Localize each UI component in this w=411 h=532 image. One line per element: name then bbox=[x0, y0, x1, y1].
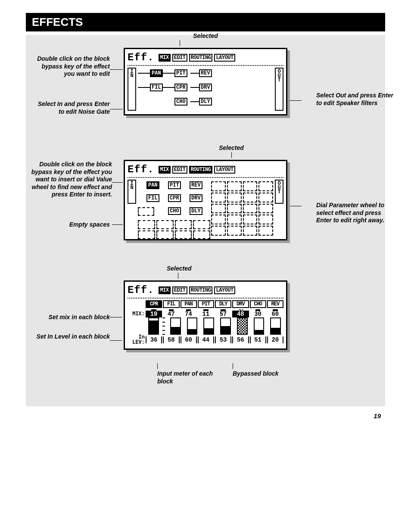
block-pit[interactable]: PIT bbox=[174, 69, 187, 77]
selected-label-1: Selected bbox=[124, 32, 287, 39]
empty-slot[interactable] bbox=[227, 181, 242, 191]
col-head[interactable]: DLY bbox=[215, 300, 231, 308]
block[interactable]: REV bbox=[190, 181, 202, 189]
page-number: 19 bbox=[26, 412, 385, 420]
empty-slot[interactable] bbox=[211, 226, 226, 236]
col-head[interactable]: REV bbox=[267, 300, 283, 308]
input-meter bbox=[148, 317, 159, 335]
lev-value[interactable]: 44 bbox=[198, 336, 214, 343]
empty-slot[interactable] bbox=[211, 215, 226, 224]
tab-mix[interactable]: MIX bbox=[159, 166, 171, 174]
note-s3-left1: Set mix in each block bbox=[32, 314, 110, 321]
block[interactable]: PIT bbox=[168, 181, 181, 189]
tab-edit[interactable]: EDIT bbox=[172, 286, 187, 294]
out-block[interactable]: O U T bbox=[275, 180, 283, 204]
mix-value[interactable]: 47 bbox=[163, 311, 179, 317]
lev-value[interactable]: 60 bbox=[181, 336, 197, 343]
lev-value[interactable]: 56 bbox=[232, 336, 249, 343]
block-cho[interactable]: CHO bbox=[174, 98, 187, 106]
empty-slot[interactable] bbox=[243, 181, 258, 191]
empty-slot[interactable] bbox=[243, 215, 258, 224]
input-meter bbox=[220, 317, 231, 335]
empty-slot[interactable] bbox=[243, 204, 258, 214]
mix-value[interactable]: 19 bbox=[146, 311, 162, 317]
lcd-screen-edit: Eff. MIX EDIT ROUTING LAYOUT I N bbox=[124, 48, 287, 115]
block-fil[interactable]: FIL bbox=[150, 84, 163, 91]
empty-slot[interactable] bbox=[243, 193, 258, 202]
empty-slot[interactable] bbox=[258, 226, 273, 236]
empty-slot[interactable] bbox=[258, 215, 273, 224]
col-head[interactable]: CPR bbox=[146, 300, 162, 308]
empty-slot[interactable] bbox=[227, 226, 242, 236]
block[interactable]: CPR bbox=[168, 194, 181, 202]
eff-label: Eff. bbox=[128, 52, 157, 63]
col-head[interactable]: PIT bbox=[198, 300, 214, 308]
block-drv[interactable]: DRV bbox=[199, 84, 212, 91]
content-panel: Double click on the block bypass key of … bbox=[26, 35, 385, 406]
block-pan[interactable]: PAN bbox=[150, 69, 163, 77]
empty-slot[interactable] bbox=[175, 220, 192, 229]
empty-slot[interactable] bbox=[138, 207, 154, 216]
lev-value[interactable]: 36 bbox=[146, 336, 162, 343]
block[interactable]: DRV bbox=[190, 194, 202, 202]
lev-value[interactable]: 58 bbox=[163, 336, 179, 343]
block-cpr[interactable]: CPR bbox=[174, 84, 187, 91]
in-block[interactable]: I N bbox=[128, 180, 136, 204]
mix-value[interactable]: 57 bbox=[215, 311, 231, 317]
empty-slot[interactable] bbox=[193, 230, 210, 240]
empty-slot[interactable] bbox=[258, 204, 273, 214]
note-bypassed: Bypassed block bbox=[233, 370, 279, 378]
mix-value[interactable]: 30 bbox=[250, 311, 266, 317]
block-dly[interactable]: DLY bbox=[199, 98, 212, 106]
block[interactable]: DLY bbox=[190, 207, 202, 215]
tab-edit[interactable]: EDIT bbox=[172, 166, 187, 174]
note-s2-right1: Dial Parameter wheel to select effect an… bbox=[316, 202, 394, 224]
mix-value[interactable]: 48 bbox=[232, 311, 249, 317]
block-rev[interactable]: REV bbox=[199, 69, 212, 77]
mix-value[interactable]: 60 bbox=[267, 311, 283, 317]
tab-layout[interactable]: LAYOUT bbox=[214, 286, 235, 294]
tab-mix[interactable]: MIX bbox=[159, 286, 171, 294]
empty-slot[interactable] bbox=[211, 193, 226, 202]
col-head[interactable]: PAN bbox=[181, 300, 197, 308]
input-meter bbox=[270, 317, 281, 335]
lcd-screen-layout: Eff. MIX EDIT ROUTING LAYOUT I N bbox=[124, 160, 287, 240]
tab-mix[interactable]: MIX bbox=[159, 54, 171, 62]
empty-slot[interactable] bbox=[156, 220, 174, 229]
empty-slot[interactable] bbox=[227, 193, 242, 202]
col-head[interactable]: DRV bbox=[232, 300, 249, 308]
mix-value[interactable]: 11 bbox=[198, 311, 214, 317]
col-head[interactable]: FIL bbox=[163, 300, 179, 308]
empty-slot[interactable] bbox=[227, 215, 242, 224]
lev-value[interactable]: 51 bbox=[250, 336, 266, 343]
empty-slot[interactable] bbox=[175, 230, 192, 240]
mix-value[interactable]: 74 bbox=[181, 311, 197, 317]
tab-edit[interactable]: EDIT bbox=[172, 54, 187, 62]
tab-layout[interactable]: LAYOUT bbox=[214, 166, 235, 174]
empty-slot[interactable] bbox=[243, 226, 258, 236]
block[interactable]: PAN bbox=[146, 181, 159, 189]
eff-label: Eff. bbox=[128, 164, 157, 175]
empty-slot[interactable] bbox=[138, 230, 155, 240]
empty-slot[interactable] bbox=[211, 181, 226, 191]
eff-label: Eff. bbox=[128, 284, 157, 296]
col-head[interactable]: CHO bbox=[250, 300, 266, 308]
lev-value[interactable]: 20 bbox=[267, 336, 283, 343]
block[interactable]: FIL bbox=[146, 194, 159, 202]
block[interactable]: CHO bbox=[168, 207, 181, 215]
empty-slot[interactable] bbox=[156, 230, 174, 240]
out-block[interactable]: O U T bbox=[275, 68, 283, 111]
empty-slot[interactable] bbox=[227, 204, 242, 214]
empty-slot[interactable] bbox=[193, 220, 210, 229]
empty-slot[interactable] bbox=[258, 193, 273, 202]
input-meter bbox=[170, 317, 181, 335]
empty-slot[interactable] bbox=[138, 220, 155, 229]
in-block[interactable]: I N bbox=[128, 68, 136, 111]
lev-value[interactable]: 53 bbox=[215, 336, 231, 343]
tab-routing[interactable]: ROUTING bbox=[189, 166, 213, 174]
tab-routing[interactable]: ROUTING bbox=[189, 286, 213, 294]
empty-slot[interactable] bbox=[211, 204, 226, 214]
tab-layout[interactable]: LAYOUT bbox=[214, 54, 235, 62]
empty-slot[interactable] bbox=[258, 181, 273, 191]
tab-routing[interactable]: ROUTING bbox=[189, 54, 213, 62]
